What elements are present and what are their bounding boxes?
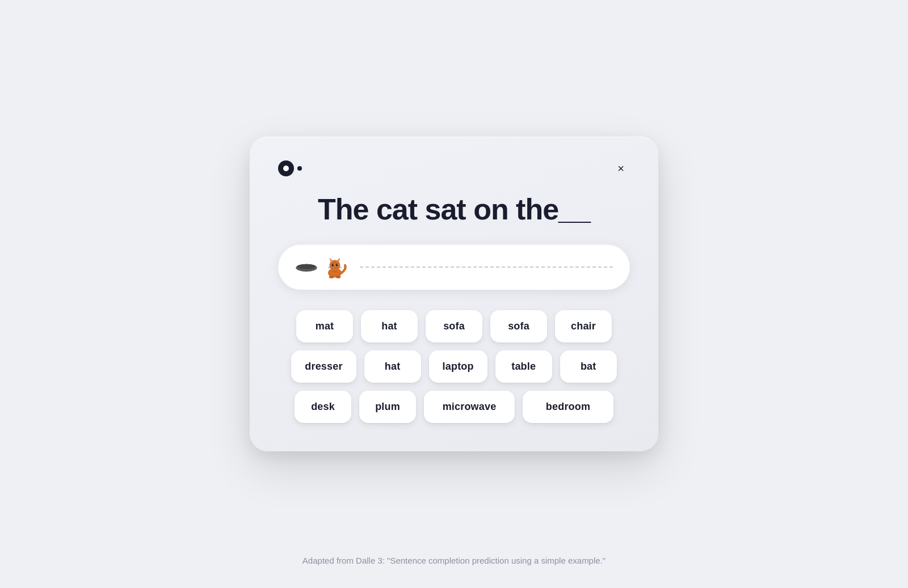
options-row-1: mat hat sofa sofa chair xyxy=(278,310,630,342)
mat-icon xyxy=(295,261,318,273)
close-button[interactable]: × xyxy=(612,159,630,177)
sentence-bar xyxy=(278,244,630,290)
logo-inner xyxy=(283,166,289,171)
sentence-icons xyxy=(295,255,348,280)
option-sofa-1[interactable]: sofa xyxy=(426,310,482,342)
option-sofa-2[interactable]: sofa xyxy=(490,310,547,342)
svg-point-12 xyxy=(332,264,334,266)
option-dresser[interactable]: dresser xyxy=(291,350,356,383)
svg-point-14 xyxy=(333,264,333,265)
svg-point-13 xyxy=(336,264,338,266)
option-plum[interactable]: plum xyxy=(359,391,416,423)
page-title: The cat sat on the__ xyxy=(278,193,630,226)
option-chair[interactable]: chair xyxy=(555,310,612,342)
option-bat[interactable]: bat xyxy=(560,350,617,383)
card-header: × xyxy=(278,159,630,177)
option-hat-2[interactable]: hat xyxy=(364,350,421,383)
option-bedroom[interactable]: bedroom xyxy=(523,391,613,423)
svg-point-2 xyxy=(297,264,316,269)
logo xyxy=(278,160,302,176)
svg-point-15 xyxy=(337,264,338,265)
option-laptop[interactable]: laptop xyxy=(429,350,487,383)
logo-circle-icon xyxy=(278,160,294,176)
options-grid: mat hat sofa sofa chair dresser hat lapt… xyxy=(278,310,630,423)
svg-point-21 xyxy=(329,276,334,278)
option-table[interactable]: table xyxy=(495,350,552,383)
main-container: × The cat sat on the__ xyxy=(0,0,908,588)
options-row-3: desk plum microwave bedroom xyxy=(278,391,630,423)
footer-text: Adapted from Dalle 3: "Sentence completi… xyxy=(302,556,606,565)
logo-dot-icon xyxy=(297,166,302,171)
dashed-line xyxy=(360,266,613,268)
svg-point-22 xyxy=(336,276,340,278)
options-row-2: dresser hat laptop table bat xyxy=(278,350,630,383)
option-mat[interactable]: mat xyxy=(296,310,353,342)
cat-icon xyxy=(321,255,348,280)
option-microwave[interactable]: microwave xyxy=(424,391,515,423)
card: × The cat sat on the__ xyxy=(250,137,658,451)
option-hat-1[interactable]: hat xyxy=(361,310,418,342)
option-desk[interactable]: desk xyxy=(295,391,351,423)
